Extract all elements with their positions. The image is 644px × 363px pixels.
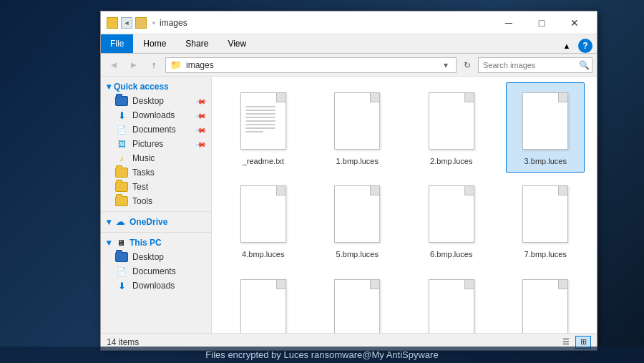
- ribbon-collapse-button[interactable]: ▲: [560, 39, 574, 53]
- file-page-icon: [429, 185, 474, 243]
- file-page-icon: [240, 92, 286, 150]
- file-thumbnail: [235, 276, 292, 333]
- ribbon-tabs: File Home Share View ▲ ?: [101, 34, 597, 53]
- file-item[interactable]: 10.bmp.luces: [412, 269, 491, 333]
- sidebar-item-test[interactable]: Test: [101, 180, 211, 194]
- file-explorer-window: ◄ images ─ □ ✕ File Home Share View ▲ ? …: [100, 11, 597, 351]
- file-thumbnail: [328, 276, 386, 333]
- forward-button[interactable]: ►: [125, 57, 142, 74]
- overlay-text: Files encrypted by Luces ransomware@My A…: [205, 349, 438, 360]
- sidebar-quick-access-header[interactable]: ▾ Quick access: [101, 79, 211, 94]
- sidebar-thispc-downloads[interactable]: ⬇ Downloads: [101, 279, 211, 293]
- file-thumbnail: [328, 182, 386, 246]
- file-thumbnail: [423, 182, 480, 246]
- address-input[interactable]: 📁 images ▾: [165, 57, 457, 73]
- search-icon[interactable]: 🔍: [579, 60, 590, 70]
- sidebar-item-documents[interactable]: 📄 Documents 📌: [101, 122, 211, 137]
- file-thumbnail: [328, 89, 386, 153]
- tab-view[interactable]: View: [218, 34, 255, 53]
- refresh-button[interactable]: ↻: [459, 57, 475, 73]
- file-item[interactable]: 8.bmp.luces: [224, 269, 303, 333]
- tasks-folder-icon: [115, 168, 128, 178]
- downloads-pin-icon: 📌: [195, 110, 207, 121]
- sidebar-item-tools[interactable]: Tools: [101, 194, 211, 208]
- ribbon-right: ▲ ?: [560, 39, 597, 53]
- file-page-icon: [522, 185, 568, 243]
- tab-file[interactable]: File: [101, 34, 133, 53]
- file-page-icon: [334, 185, 380, 243]
- up-button[interactable]: ↑: [145, 57, 162, 74]
- file-item[interactable]: 3.bmp.luces: [506, 82, 585, 173]
- file-page-icon: [522, 92, 568, 150]
- quick-access-chevron: ▾: [107, 82, 111, 92]
- file-item[interactable]: 4.bmp.luces: [224, 175, 303, 266]
- file-thumbnail: [235, 182, 292, 246]
- file-name-label: _readme.txt: [243, 156, 284, 166]
- file-thumbnail: [235, 89, 292, 153]
- desktop-pin-icon: 📌: [195, 95, 207, 107]
- pictures-icon: 🖼: [115, 139, 128, 149]
- sidebar-onedrive-header[interactable]: ▾ ☁ OneDrive: [101, 215, 211, 229]
- file-thumbnail: [423, 89, 480, 153]
- thispc-desktop-icon: [115, 252, 128, 262]
- sidebar-item-tasks[interactable]: Tasks: [101, 165, 211, 180]
- test-folder-icon: [115, 182, 128, 192]
- file-item[interactable]: 2.bmp.luces: [412, 82, 491, 173]
- file-page-icon: [334, 92, 380, 150]
- sidebar-item-pictures[interactable]: 🖼 Pictures 📌: [101, 137, 211, 151]
- address-bar: ◄ ► ↑ 📁 images ▾ ↻ 🔍: [101, 54, 597, 77]
- sidebar-music-label: Music: [132, 153, 155, 163]
- tools-folder-icon: [115, 196, 128, 206]
- sidebar-tools-label: Tools: [132, 196, 152, 206]
- minimize-button[interactable]: ─: [492, 11, 525, 34]
- address-dropdown-arrow[interactable]: ▾: [440, 60, 452, 70]
- file-name-label: 7.bmp.luces: [525, 249, 567, 259]
- close-button[interactable]: ✕: [558, 11, 591, 34]
- file-item[interactable]: 7.bmp.luces: [506, 175, 585, 266]
- tab-home[interactable]: Home: [134, 34, 175, 53]
- sidebar-thispc-desktop[interactable]: Desktop: [101, 250, 211, 264]
- file-item[interactable]: _readme.txt: [224, 82, 303, 173]
- address-path: images: [186, 60, 436, 70]
- title-dropdown-indicator: [152, 21, 155, 24]
- title-bar: ◄ images ─ □ ✕: [101, 11, 597, 34]
- title-folder-small-icon: [135, 17, 147, 29]
- sidebar-thispc-documents[interactable]: 📄 Documents: [101, 264, 211, 279]
- onedrive-icon: ☁: [114, 217, 127, 227]
- file-item[interactable]: 5.bmp.luces: [318, 175, 396, 266]
- main-area: ▾ Quick access Desktop 📌 ⬇ Downloads 📌 📄…: [101, 77, 597, 333]
- bottom-overlay: Files encrypted by Luces ransomware@My A…: [0, 347, 644, 363]
- sidebar-pictures-label: Pictures: [132, 139, 163, 149]
- sidebar: ▾ Quick access Desktop 📌 ⬇ Downloads 📌 📄…: [101, 77, 212, 333]
- file-item[interactable]: 9.bmp.luces: [318, 269, 396, 333]
- sidebar-item-downloads[interactable]: ⬇ Downloads 📌: [101, 108, 211, 122]
- documents-pin-icon: 📌: [195, 124, 207, 135]
- maximize-button[interactable]: □: [525, 11, 558, 34]
- file-name-label: 5.bmp.luces: [336, 249, 379, 259]
- search-input[interactable]: [478, 57, 592, 73]
- sidebar-this-pc-header[interactable]: ▾ 🖥 This PC: [101, 236, 211, 250]
- file-item[interactable]: 6.bmp.luces: [412, 175, 491, 266]
- file-name-label: 4.bmp.luces: [242, 249, 284, 259]
- this-pc-label: This PC: [130, 238, 162, 248]
- sidebar-desktop-label: Desktop: [132, 96, 164, 106]
- sidebar-item-desktop[interactable]: Desktop 📌: [101, 94, 211, 108]
- file-page-icon: [429, 92, 474, 150]
- file-name-label: 3.bmp.luces: [525, 156, 567, 166]
- sidebar-documents-label: Documents: [132, 125, 176, 135]
- this-pc-icon: 🖥: [114, 238, 127, 248]
- file-item[interactable]: 11.bmp.luces: [506, 269, 585, 333]
- file-page-icon: [240, 279, 286, 333]
- sidebar-item-music[interactable]: ♪ Music: [101, 151, 211, 165]
- thispc-documents-icon: 📄: [115, 266, 128, 276]
- tab-share[interactable]: Share: [176, 34, 218, 53]
- ribbon-help-button[interactable]: ?: [578, 39, 592, 53]
- this-pc-chevron: ▾: [107, 238, 111, 248]
- thispc-desktop-label: Desktop: [132, 252, 164, 262]
- onedrive-label: OneDrive: [130, 217, 167, 227]
- back-button[interactable]: ◄: [105, 57, 122, 74]
- file-item[interactable]: 1.bmp.luces: [318, 82, 396, 173]
- title-back-icon: ◄: [121, 17, 132, 29]
- file-thumbnail: [423, 276, 480, 333]
- thispc-documents-label: Documents: [132, 266, 176, 276]
